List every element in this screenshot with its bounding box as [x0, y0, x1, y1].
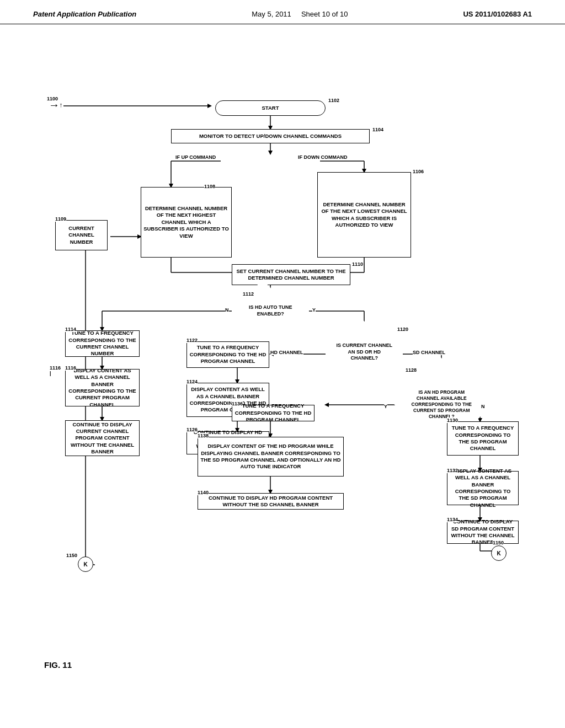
node-1132: DISPLAY CONTENT AS WELL AS A CHANNEL BAN…	[447, 471, 519, 505]
label-1140: 1140	[198, 490, 209, 495]
svg-marker-3	[268, 151, 273, 155]
node-1140: CONTINUE TO DISPLAY HD PROGRAM CONTENT W…	[198, 493, 344, 510]
label-1108: 1108	[204, 184, 215, 189]
label-1124: 1124	[186, 379, 198, 384]
node-1116: DISPLAY CONTENT AS WELL AS A CHANNEL BAN…	[65, 369, 140, 406]
label-1132: 1132	[447, 468, 458, 473]
node-1120-diamond: IS CURRENT CHANNEL AN SD OR HD CHANNEL?	[327, 315, 401, 389]
k-arrow-up: →	[57, 102, 65, 109]
label-1138: 1138	[198, 433, 209, 438]
label-1104: 1104	[372, 127, 383, 132]
page-header: Patent Application Publication May 5, 20…	[0, 0, 565, 24]
label-1120: 1120	[397, 326, 408, 332]
label-1136: 1136	[232, 401, 243, 406]
if-up-label: IF UP COMMAND	[175, 154, 216, 160]
label-k1: 1150	[66, 553, 77, 558]
label-1106: 1106	[413, 169, 424, 174]
node-1110: SET CURRENT CHANNEL NUMBER TO THE DETERM…	[232, 264, 350, 285]
header-center: May 5, 2011 Sheet 10 of 10	[252, 10, 348, 18]
svg-marker-39	[324, 403, 329, 407]
label-1109: 1109	[55, 216, 66, 222]
node-1118: CONTINUE TO DISPLAY CURRENT CHANNEL PROG…	[65, 420, 140, 456]
node-1114: TUNE TO A FREQUENCY CORRESPONDING TO THE…	[65, 330, 140, 357]
label-1128: 1128	[406, 367, 417, 373]
k-connector-2: K	[491, 545, 507, 561]
label-1116b: 1116|	[50, 365, 61, 376]
label-1102: 1102	[328, 98, 339, 103]
node-1138: DISPLAY CONTENT OF THE HD PROGRAM WHILE …	[198, 437, 344, 477]
label-1116: 1116	[65, 365, 76, 371]
node-1134: CONTINUE TO DISPLAY SD PROGRAM CONTENT W…	[447, 521, 519, 544]
node-1122: TUNE TO A FREQUENCY CORRESPONDING TO THE…	[186, 341, 269, 368]
header-left: Patent Application Publication	[33, 10, 136, 18]
diagram-area: 1100 → START 1102 MONITOR TO DETECT UP/D…	[0, 24, 565, 686]
node-1106: DETERMINE CHANNEL NUMBER OF THE NEXT LOW…	[317, 172, 411, 258]
header-right: US 2011/0102683 A1	[463, 10, 532, 18]
node-1130: TUNE TO A FREQUENCY CORRESPONDING TO THE…	[447, 421, 519, 456]
y-label-1112: Y	[312, 307, 316, 313]
node-1109: CURRENT CHANNEL NUMBER	[55, 220, 108, 250]
y-label-1128: Y	[384, 404, 387, 409]
svg-marker-53	[207, 104, 212, 108]
sd-channel-label: SD CHANNEL	[413, 350, 445, 355]
label-1126: 1126	[186, 427, 198, 432]
node-1112-diamond: IS HD AUTO TUNE ENABLED?	[239, 280, 301, 342]
fig-caption: FIG. 11	[44, 660, 72, 670]
label-1122: 1122	[186, 338, 198, 343]
k-connector-1: K	[78, 556, 93, 572]
n-label-1128: N	[481, 404, 485, 409]
label-1110: 1110	[352, 261, 363, 267]
label-1112: 1112	[243, 291, 254, 297]
node-1104: MONITOR TO DETECT UP/DOWN CHANNEL COMMAN…	[171, 129, 370, 143]
node-1136: TUNE TO A FREQUENCY CORRESPONDING TO THE…	[232, 405, 315, 421]
label-k2: 1150	[493, 540, 504, 545]
label-1114: 1114	[65, 326, 76, 332]
hd-channel-label: HD CHANNEL	[270, 350, 303, 355]
if-down-label: IF DOWN COMMAND	[298, 154, 348, 160]
label-1130: 1130	[447, 417, 458, 423]
label-1134: 1134	[447, 517, 458, 522]
n-label-1112: N	[225, 307, 229, 313]
node-1108: DETERMINE CHANNEL NUMBER OF THE NEXT HIG…	[141, 187, 232, 258]
start-node: START	[215, 100, 326, 116]
